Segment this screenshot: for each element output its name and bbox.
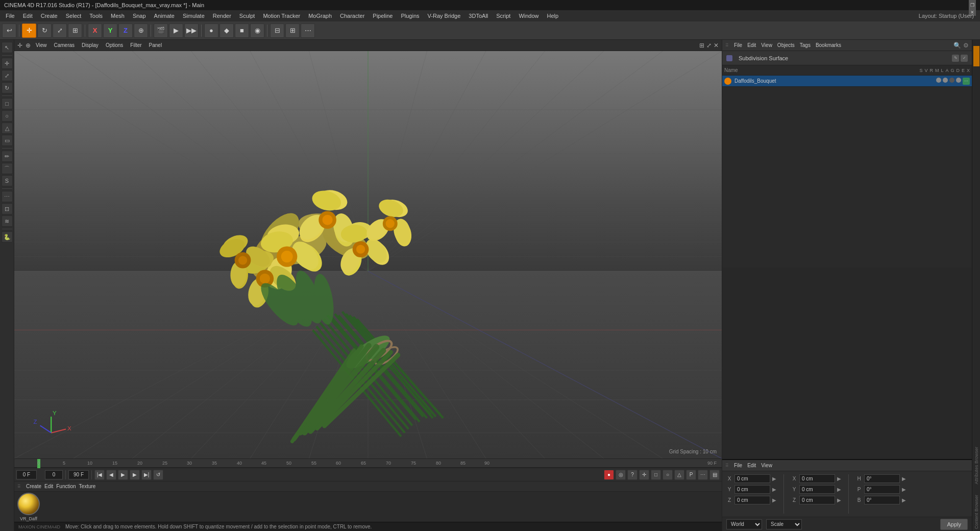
go-end-btn[interactable]: ▶| [141, 470, 152, 480]
vp-menu-options[interactable]: Options [104, 42, 125, 48]
search-icon[interactable]: 🔍 [953, 42, 961, 49]
flag-r-dot[interactable] [949, 78, 954, 83]
menu-motion-tracker[interactable]: Motion Tracker [259, 12, 304, 20]
menu-script[interactable]: Script [493, 12, 514, 20]
obj-view-btn[interactable]: View [761, 42, 772, 48]
tool-pen[interactable]: ✏ [2, 151, 13, 162]
vp-menu-panel[interactable]: Panel [147, 42, 164, 48]
subsurf-check-btn[interactable]: ✓ [961, 55, 968, 62]
menu-help[interactable]: Help [544, 12, 562, 20]
mat-texture-btn[interactable]: Texture [79, 484, 96, 489]
obj-bookmarks-btn[interactable]: Bookmarks [816, 42, 841, 48]
param-btn[interactable]: P [686, 470, 696, 480]
rotate-tool[interactable]: ↻ [37, 23, 52, 38]
tool-move[interactable]: ✛ [2, 58, 13, 69]
autokey-btn[interactable]: ◎ [616, 470, 626, 480]
vp-move-icon[interactable]: ✛ [17, 42, 22, 49]
tool-plane[interactable]: ▭ [2, 135, 13, 146]
undo-button[interactable]: ↩ [2, 23, 16, 38]
vp-menu-filter[interactable]: Filter [128, 42, 143, 48]
scale-btn[interactable]: △ [674, 470, 684, 480]
coord-file-btn[interactable]: File [734, 463, 742, 468]
mat-function-btn[interactable]: Function [56, 484, 76, 489]
record-btn[interactable]: ● [604, 470, 614, 480]
menu-mograph[interactable]: MoGraph [305, 12, 335, 20]
menu-tools[interactable]: Tools [86, 12, 106, 20]
size-p-arrow[interactable]: ▶ [902, 487, 906, 492]
flag-extra-btn[interactable]: ⋯ [963, 78, 970, 85]
flag-m-dot[interactable] [956, 78, 961, 83]
pos-y-arrow[interactable]: ▶ [772, 487, 776, 492]
mat-edit-btn[interactable]: Edit [44, 484, 53, 489]
coord-edit-btn[interactable]: Edit [747, 463, 756, 468]
menu-pipeline[interactable]: Pipeline [369, 12, 396, 20]
tool-box[interactable]: □ [2, 98, 13, 109]
tool-brush[interactable]: ≋ [2, 215, 13, 227]
rot-btn[interactable]: ○ [663, 470, 673, 480]
loop-btn[interactable]: ↺ [153, 470, 163, 480]
motion-btn[interactable]: ? [627, 470, 638, 480]
filter-icon[interactable]: ⚙ [963, 42, 969, 49]
tool-cone[interactable]: △ [2, 123, 13, 134]
mat-create-btn[interactable]: Create [26, 484, 41, 489]
vp-menu-cameras[interactable]: Cameras [52, 42, 77, 48]
menu-plugins[interactable]: Plugins [397, 12, 423, 20]
mode-objects-btn[interactable]: ◉ [250, 23, 264, 38]
size-p-input[interactable] [864, 485, 900, 494]
vp-layout-icon[interactable]: ⊞ [699, 42, 704, 49]
render-view-btn[interactable]: 🎬 [154, 23, 168, 38]
tool-python[interactable]: 🐍 [2, 231, 13, 243]
menu-render[interactable]: Render [209, 12, 235, 20]
obj-objects-btn[interactable]: Objects [777, 42, 795, 48]
mode-polys-btn[interactable]: ■ [235, 23, 249, 38]
end-frame-input[interactable] [68, 470, 89, 479]
pos-x-arrow[interactable]: ▶ [772, 476, 776, 481]
menu-mesh[interactable]: Mesh [107, 12, 128, 20]
tool-scale[interactable]: ⤢ [2, 70, 13, 81]
ik-btn[interactable]: ✛ [639, 470, 649, 480]
menu-snap[interactable]: Snap [129, 12, 150, 20]
rot-z-arrow[interactable]: ▶ [837, 497, 841, 503]
pos-z-input[interactable] [734, 496, 770, 504]
obj-file-btn[interactable]: File [734, 42, 742, 48]
menu-vray[interactable]: V-Ray Bridge [424, 12, 464, 20]
axis-all-btn[interactable]: ⊕ [134, 23, 148, 38]
menu-create[interactable]: Create [37, 12, 61, 20]
menu-character[interactable]: Character [336, 12, 368, 20]
menu-simulate[interactable]: Simulate [179, 12, 208, 20]
menu-3dtoall[interactable]: 3DToAll [465, 12, 492, 20]
move-tool[interactable]: ✛ [22, 23, 36, 38]
play-btn[interactable]: ▶ [118, 470, 128, 480]
strip-accent-top[interactable] [973, 46, 979, 66]
pos-x-input[interactable] [734, 474, 770, 483]
rot-z-input[interactable] [799, 496, 835, 504]
vp-close-vp-icon[interactable]: ✕ [714, 42, 719, 49]
scale-tool[interactable]: ⤢ [53, 23, 67, 38]
mode-edges-btn[interactable]: ◆ [219, 23, 234, 38]
tool-rotate[interactable]: ↻ [2, 82, 13, 93]
table-row[interactable]: Daffodils_Bouquet ⋯ [722, 76, 972, 87]
menu-file[interactable]: File [2, 12, 18, 20]
current-frame-input[interactable] [16, 470, 37, 479]
pos-btn[interactable]: □ [651, 470, 661, 480]
tool-spline[interactable]: ⌒ [2, 163, 13, 174]
menu-edit[interactable]: Edit [19, 12, 36, 20]
pos-z-arrow[interactable]: ▶ [772, 497, 776, 503]
mode-points-btn[interactable]: ● [204, 23, 218, 38]
coord-view-btn[interactable]: View [761, 463, 772, 468]
size-b-arrow[interactable]: ▶ [902, 497, 906, 503]
rot-y-arrow[interactable]: ▶ [837, 487, 841, 492]
subsurf-edit-btn[interactable]: ✎ [952, 55, 959, 62]
maximize-button[interactable]: ❐ [969, 2, 976, 9]
vp-camera-icon[interactable]: ⊕ [26, 42, 31, 49]
flag-s-dot[interactable] [936, 78, 941, 83]
rot-y-input[interactable] [799, 485, 835, 494]
render-to-po-btn[interactable]: ▶▶ [184, 23, 199, 38]
obj-tags-btn[interactable]: Tags [800, 42, 811, 48]
snap-btn[interactable]: ⊟ [270, 23, 284, 38]
size-h-arrow[interactable]: ▶ [902, 476, 906, 481]
tool-sphere[interactable]: ○ [2, 110, 13, 122]
attributes-browser-label[interactable]: Attributes Browser [974, 447, 979, 485]
frame-step-input[interactable] [45, 470, 63, 479]
transform-tool[interactable]: ⊞ [68, 23, 82, 38]
